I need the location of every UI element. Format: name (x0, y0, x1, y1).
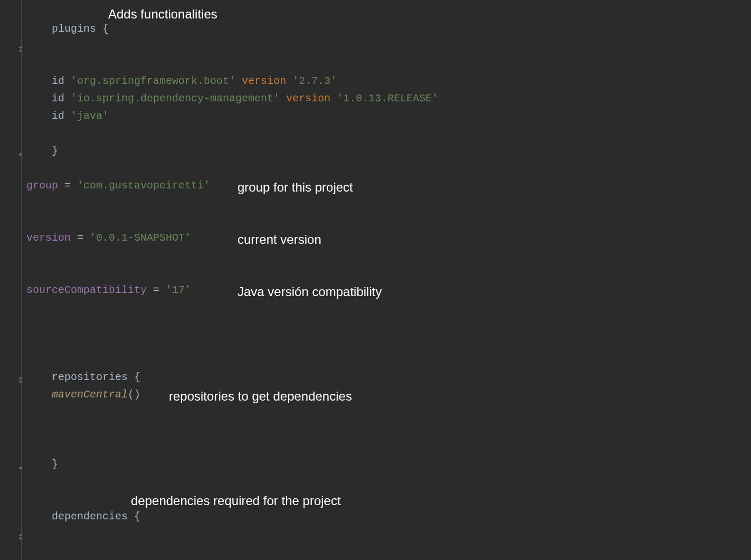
code-line: id 'org.springframework.boot' version '2… (11, 72, 751, 90)
code-line: repositories { (11, 351, 751, 386)
version-prop: version (26, 232, 71, 244)
source-value: '17' (166, 284, 191, 296)
group-prop: group (26, 179, 58, 192)
plugin-id-2: 'io.spring.dependency-management' (71, 92, 280, 105)
fold-open-icon[interactable] (18, 35, 24, 41)
code-line: id 'java' (11, 107, 751, 125)
plugin-id-1: 'org.springframework.boot' (71, 75, 235, 87)
plugin-ver-2: '1.0.13.RELEASE' (337, 92, 438, 105)
deps-keyword: dependencies (52, 510, 128, 523)
blank-line (11, 473, 751, 490)
code-editor[interactable]: plugins { Adds functionalities id 'org.s… (0, 0, 751, 560)
code-line: mavenCentral() repositories to get depen… (11, 386, 751, 438)
code-line: group = 'com.gustavopeiretti' group for … (11, 177, 751, 229)
annotation-repos: repositories to get dependencies (169, 386, 352, 407)
code-line: } (11, 125, 751, 159)
code-line: sourceCompatibility = '17' Java versión … (11, 281, 751, 334)
source-prop: sourceCompatibility (26, 284, 147, 296)
plugin-ver-1: '2.7.3' (292, 75, 337, 87)
fold-close-icon[interactable] (18, 453, 24, 459)
code-line: dependencies { dependencies required for… (11, 490, 751, 560)
annotation-plugins: Adds functionalities (108, 4, 217, 25)
version-value: '0.0.1-SNAPSHOT' (90, 232, 191, 244)
annotation-deps: dependencies required for the project (131, 490, 341, 511)
code-line: version = '0.0.1-SNAPSHOT' current versi… (11, 229, 751, 281)
repos-keyword: repositories (52, 371, 128, 383)
fold-close-icon[interactable] (18, 139, 24, 145)
group-value: 'com.gustavopeiretti' (77, 179, 210, 192)
blank-line (11, 334, 751, 351)
annotation-source: Java versión compatibility (237, 281, 382, 302)
plugin-id-3: 'java' (71, 110, 109, 122)
fold-open-icon[interactable] (18, 366, 24, 372)
annotation-group: group for this project (237, 177, 353, 198)
code-line: } (11, 438, 751, 473)
blank-line (11, 159, 751, 177)
annotation-version: current version (237, 229, 321, 250)
fold-open-icon[interactable] (18, 523, 24, 528)
plugins-keyword: plugins (52, 23, 96, 35)
code-line: plugins { Adds functionalities (11, 3, 751, 72)
maven-central: mavenCentral (52, 388, 128, 401)
code-line: id 'io.spring.dependency-management' ver… (11, 90, 751, 107)
